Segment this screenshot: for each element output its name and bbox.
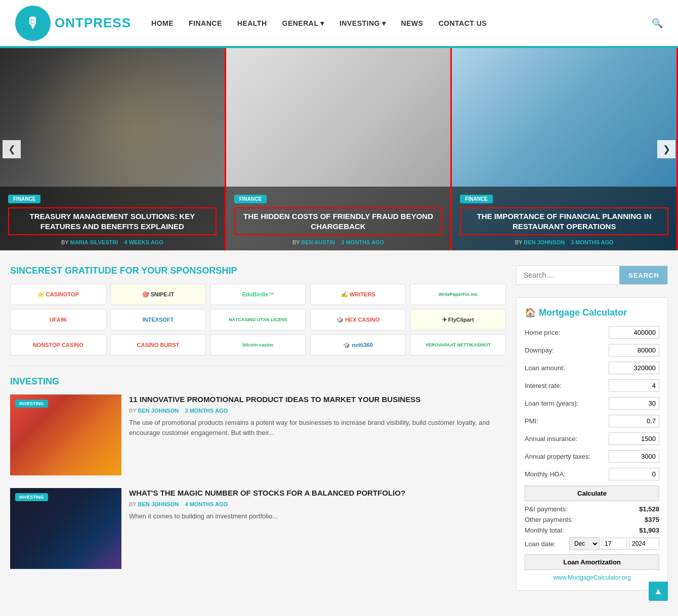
- calc-label-pmi: PMI:: [525, 417, 609, 425]
- article-thumb-2[interactable]: INVESTING: [10, 488, 121, 569]
- article-card-2: INVESTING WHAT'S THE MAGIC NUMBER OF STO…: [10, 488, 506, 569]
- calc-input-property-tax[interactable]: [609, 450, 659, 463]
- sponsor-natcasino[interactable]: NÄTCASINO UTAN LICENS: [210, 309, 306, 330]
- slide-2-meta: BY BEN AUSTIN 3 MONTHS AGO: [234, 239, 443, 245]
- article-title-2[interactable]: WHAT'S THE MAGIC NUMBER OF STOCKS FOR A …: [129, 488, 506, 498]
- slide-1-author: MARIA SILVESTRI: [70, 239, 118, 245]
- slide-1-title[interactable]: TREASURY MANAGEMENT SOLUTIONS: KEY FEATU…: [8, 207, 217, 235]
- chevron-down-icon: ▾: [382, 19, 386, 27]
- slide-3-overlay: FINANCE THE IMPORTANCE OF FINANCIAL PLAN…: [452, 187, 676, 250]
- nav-general[interactable]: GENERAL ▾: [282, 19, 324, 27]
- sidebar: SEARCH 🏠 Mortgage Calculator Home price:…: [516, 266, 668, 591]
- sponsor-casinoburst[interactable]: CASINO BURST: [110, 334, 206, 356]
- calculate-button[interactable]: Calculate: [525, 486, 659, 501]
- loan-date-year-input[interactable]: [629, 538, 659, 550]
- article-title-1[interactable]: 11 INNOVATIVE PROMOTIONAL PRODUCT IDEAS …: [129, 394, 506, 405]
- result-other-value: $375: [645, 516, 659, 523]
- slide-2-author: BEN AUSTIN: [301, 239, 335, 245]
- investing-title: INVESTING: [10, 376, 506, 387]
- sponsor-snipe[interactable]: 🎯 SNIPE-IT: [110, 284, 206, 305]
- sponsor-flyclipart[interactable]: ✈ FlyClipart: [410, 309, 506, 330]
- slide-3-title[interactable]: THE IMPORTANCE OF FINANCIAL PLANNING IN …: [460, 207, 668, 235]
- article-excerpt-1: The use of promotional products remains …: [129, 418, 506, 439]
- nav-investing[interactable]: INVESTING ▾: [340, 19, 386, 27]
- result-other: Other payments: $375: [525, 516, 659, 523]
- sponsor-grid-row2: UFA96 INTEXSOFT NÄTCASINO UTAN LICENS 🎲 …: [10, 309, 506, 356]
- slide-2-category: FINANCE: [234, 195, 267, 203]
- loan-amortization-button[interactable]: Loan Amortization: [525, 554, 659, 570]
- calc-row-loan-amount: Loan amount:: [525, 362, 659, 374]
- calc-label-insurance: Annual insurance:: [525, 435, 609, 443]
- article-card-1: INVESTING 11 INNOVATIVE PROMOTIONAL PROD…: [10, 394, 506, 475]
- calc-row-term: Loan term (years):: [525, 397, 659, 410]
- investing-section: INVESTING INVESTING 11 INNOVATIVE PROMOT…: [10, 376, 506, 569]
- article-byline-1: BY BEN JOHNSON 3 MONTHS AGO: [129, 408, 506, 414]
- sponsor-hex[interactable]: 🎲 HEX CASINO: [310, 309, 406, 330]
- article-thumb-1[interactable]: INVESTING: [10, 394, 121, 475]
- slide-1: FINANCE TREASURY MANAGEMENT SOLUTIONS: K…: [0, 48, 226, 250]
- calc-row-downpay: Downpay:: [525, 344, 659, 357]
- calc-input-insurance[interactable]: [609, 432, 659, 445]
- result-total-value: $1,903: [639, 526, 659, 534]
- sponsor-ufa[interactable]: UFA96: [10, 309, 106, 330]
- article-excerpt-2: When it comes to building an investment …: [129, 511, 506, 522]
- article-time-1: 3 MONTHS AGO: [185, 408, 228, 414]
- sponsor-edu[interactable]: EduBirdie™: [210, 284, 306, 305]
- calc-input-interest[interactable]: [609, 379, 659, 392]
- slide-3-category: FINANCE: [460, 195, 492, 203]
- slide-1-category: FINANCE: [8, 195, 40, 203]
- sponsorship-title: SINCEREST GRATITUDE FOR YOUR SPONSORSHIP: [10, 266, 506, 276]
- calc-title-text: Mortgage Calculator: [539, 307, 627, 318]
- loan-date-month-select[interactable]: DecJanFebMar AprMayJunJul AugSepOctNov: [569, 537, 600, 550]
- calc-input-term[interactable]: [609, 397, 659, 410]
- slide-2-time: 3 MONTHS AGO: [342, 239, 385, 245]
- sponsor-writepaper[interactable]: WritePaperFor.me: [410, 284, 506, 305]
- calc-date-inputs: DecJanFebMar AprMayJunJul AugSepOctNov: [569, 537, 659, 550]
- slider-next-button[interactable]: ❯: [657, 140, 675, 158]
- nav-contact[interactable]: CONTACT US: [438, 19, 487, 27]
- calc-input-loan-amount[interactable]: [609, 362, 659, 374]
- sponsor-verovapaat[interactable]: VEROVAPAAT NETTIKASINOT: [410, 334, 506, 356]
- calc-input-pmi[interactable]: [609, 415, 659, 427]
- sponsor-bitcoin[interactable]: bitcoin-casino: [210, 334, 306, 356]
- loan-date-day-input[interactable]: [602, 538, 627, 550]
- nav-finance[interactable]: FINANCE: [189, 19, 222, 27]
- article-info-2: WHAT'S THE MAGIC NUMBER OF STOCKS FOR A …: [129, 488, 506, 569]
- calc-row-insurance: Annual insurance:: [525, 432, 659, 445]
- nav-news[interactable]: NEWS: [401, 19, 423, 27]
- search-button[interactable]: SEARCH: [619, 266, 668, 284]
- calc-row-interest: Interest rate:: [525, 379, 659, 392]
- content-area: SINCEREST GRATITUDE FOR YOUR SPONSORSHIP…: [10, 266, 516, 591]
- logo-area[interactable]: 🎙 ONTPRESS: [15, 6, 131, 41]
- result-other-label: Other payments:: [525, 516, 573, 523]
- slide-2-title[interactable]: THE HIDDEN COSTS OF FRIENDLY FRAUD BEYON…: [234, 207, 443, 235]
- slider-prev-button[interactable]: ❮: [3, 140, 21, 158]
- calc-icon: 🏠: [525, 307, 536, 318]
- article-byline-2: BY BEN JOHNSON 4 MONTHS AGO: [129, 501, 506, 507]
- slide-1-overlay: FINANCE TREASURY MANAGEMENT SOLUTIONS: K…: [0, 187, 225, 250]
- calc-input-downpay[interactable]: [609, 344, 659, 357]
- slide-3: FINANCE THE IMPORTANCE OF FINANCIAL PLAN…: [452, 48, 678, 250]
- calc-label-term: Loan term (years):: [525, 400, 609, 407]
- logo-text: ONTPRESS: [55, 15, 131, 31]
- result-pi: P&I payments: $1,528: [525, 505, 659, 513]
- sponsor-casinotop[interactable]: ⭐ CASINOTOP: [10, 284, 106, 305]
- slide-3-author: BEN JOHNSON: [524, 239, 565, 245]
- slide-3-meta: BY BEN JOHNSON 3 MONTHS AGO: [460, 239, 668, 245]
- chevron-down-icon: ▾: [320, 19, 324, 27]
- search-icon[interactable]: 🔍: [652, 18, 663, 29]
- nav-health[interactable]: HEALTH: [237, 19, 267, 27]
- sponsor-nonstop[interactable]: NONSTOP CASINO: [10, 334, 106, 356]
- sponsor-writers[interactable]: ✍ WRITERS: [310, 284, 406, 305]
- slide-2-overlay: FINANCE THE HIDDEN COSTS OF FRIENDLY FRA…: [226, 187, 451, 250]
- calc-label-downpay: Downpay:: [525, 346, 609, 354]
- calc-input-home-price[interactable]: [609, 326, 659, 339]
- calc-input-hoa[interactable]: [609, 468, 659, 480]
- nav-home[interactable]: HOME: [151, 19, 174, 27]
- search-input[interactable]: [517, 266, 619, 284]
- sponsor-intersoft[interactable]: INTEXSOFT: [110, 309, 206, 330]
- logo-icon: 🎙: [15, 6, 51, 41]
- calc-label-hoa: Monthly HOA:: [525, 470, 609, 478]
- scroll-to-top-button[interactable]: ▲: [649, 582, 668, 601]
- sponsor-netti[interactable]: 🎲 netti360: [310, 334, 406, 356]
